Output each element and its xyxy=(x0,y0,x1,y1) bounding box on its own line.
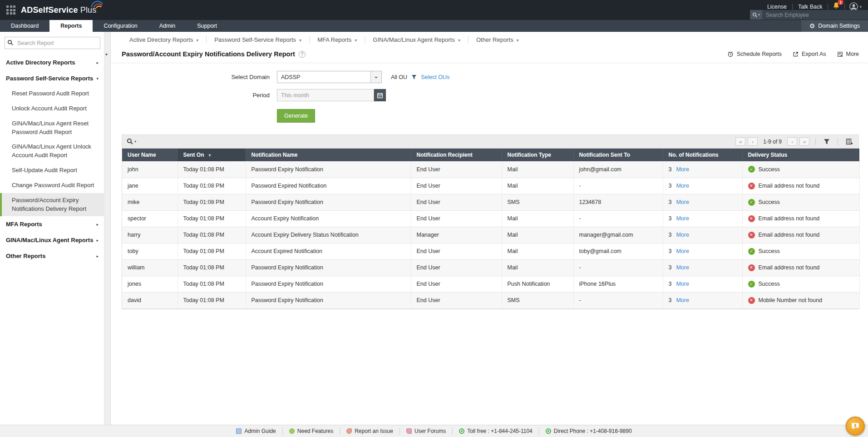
sidebar-gutter: ▸ xyxy=(104,32,110,425)
employee-search-scope-button[interactable]: ▾ xyxy=(750,10,762,20)
export-as-button[interactable]: Export As xyxy=(793,51,826,57)
cell-notification-sent-to: toby@gmail.com xyxy=(573,243,663,259)
column-header-notification-recipient[interactable]: Notification Recipient xyxy=(411,149,502,161)
employee-search-input[interactable] xyxy=(762,12,868,18)
report-category-menu[interactable]: GINA/Mac/Linux Agent Reports xyxy=(365,36,468,43)
brand-name: ADSelfService xyxy=(21,5,78,15)
footer-link[interactable]: Direct Phone : +1-408-916-9890 xyxy=(539,427,638,435)
previous-page-button[interactable]: ‹ xyxy=(748,137,758,146)
more-notifications-link[interactable]: More xyxy=(676,297,689,303)
sidebar-item[interactable]: Unlock Account Audit Report xyxy=(0,101,104,116)
delivery-status: Success xyxy=(748,166,859,173)
sidebar-inner: Active Directory Reports ▸ Password Self… xyxy=(0,32,104,425)
cell-notification-sent-to: - xyxy=(573,178,663,194)
domain-settings-button[interactable]: ⚙ Domain Settings xyxy=(801,20,868,32)
sidebar-item[interactable]: MFA Reports ▸ xyxy=(0,216,104,232)
live-chat-button[interactable] xyxy=(846,417,865,436)
sidebar-item[interactable]: Change Password Audit Report xyxy=(0,178,104,193)
main-tab[interactable]: Admin xyxy=(148,20,186,32)
generate-button[interactable]: Generate xyxy=(277,109,315,123)
sidebar-item[interactable]: Self-Update Audit Report xyxy=(0,163,104,178)
report-category-menu[interactable]: Password Self-Service Reports xyxy=(206,36,309,43)
sidebar-collapse-icon[interactable]: ▸ xyxy=(106,52,108,56)
more-notifications-link[interactable]: More xyxy=(676,183,689,189)
column-header-notification-name[interactable]: Notification Name xyxy=(246,149,411,161)
sidebar-item[interactable]: Password Self-Service Reports ▾ xyxy=(0,70,104,86)
more-notifications-link[interactable]: More xyxy=(676,264,689,271)
cell-notification-type: Mail xyxy=(502,161,573,178)
column-header-user-name[interactable]: User Name xyxy=(122,149,178,161)
add-remove-columns-button[interactable] xyxy=(844,138,855,145)
report-category-menu[interactable]: Other Reports xyxy=(468,36,527,43)
table-row: jones Today 01:08 PM Password Expiry Not… xyxy=(122,276,859,292)
chevron-down-icon xyxy=(355,36,357,43)
sidebar-item[interactable]: GINA/Mac/Linux Agent Reset Password Audi… xyxy=(0,116,104,140)
report-category-nav: Active Directory Reports Password Self-S… xyxy=(111,32,868,47)
filter-button[interactable] xyxy=(822,139,832,145)
ou-filter-icon[interactable] xyxy=(411,74,417,80)
column-header-delivery-status[interactable]: Delivery Status xyxy=(742,149,859,161)
more-notifications-link[interactable]: More xyxy=(676,281,689,287)
main-tab[interactable]: Reports xyxy=(49,20,93,32)
cell-delivery-status: Success xyxy=(742,161,859,178)
report-search-input[interactable] xyxy=(5,37,100,49)
column-header-sent-on[interactable]: Sent On▼ xyxy=(178,149,246,161)
sidebar-item[interactable]: GINA/Mac/Linux Agent Reports ▸ xyxy=(0,232,104,248)
sidebar-item[interactable]: GINA/Mac/Linux Agent Unlock Account Audi… xyxy=(0,139,104,163)
more-notifications-link[interactable]: More xyxy=(676,248,689,254)
report-category-menu[interactable]: Active Directory Reports xyxy=(122,36,206,43)
notifications-report-table: User Name Sent On▼ Notification Name Not… xyxy=(122,149,860,309)
help-icon[interactable] xyxy=(299,51,306,58)
more-notifications-link[interactable]: More xyxy=(676,232,689,238)
sidebar-item[interactable]: Reset Password Audit Report xyxy=(0,86,104,101)
cell-notification-recipient: End User xyxy=(411,292,502,308)
footer-link[interactable]: Report an Issue xyxy=(340,427,399,435)
cell-notification-recipient: Manager xyxy=(411,227,502,243)
column-header-notification-sent-to[interactable]: Notification Sent To xyxy=(573,149,663,161)
calendar-button[interactable] xyxy=(374,89,386,101)
cell-sent-on: Today 01:08 PM xyxy=(178,243,246,259)
main-tab[interactable]: Support xyxy=(186,20,228,32)
period-input[interactable] xyxy=(277,89,374,101)
sidebar-item[interactable]: Other Reports ▸ xyxy=(0,248,104,264)
more-notifications-link[interactable]: More xyxy=(676,215,689,222)
chevron-down-icon[interactable] xyxy=(370,71,381,83)
delivery-status: Success xyxy=(748,248,859,255)
search-icon xyxy=(752,12,758,18)
footer-link[interactable]: Admin Guide xyxy=(230,427,282,435)
next-page-button[interactable]: › xyxy=(787,137,797,146)
license-link[interactable]: License xyxy=(762,4,792,10)
last-page-button[interactable]: » xyxy=(799,137,809,146)
schedule-reports-button[interactable]: Schedule Reports xyxy=(727,51,782,57)
report-category-menu[interactable]: MFA Reports xyxy=(309,36,365,43)
footer-link[interactable]: Toll free : +1-844-245-1104 xyxy=(452,427,539,435)
select-ous-link[interactable]: Select OUs xyxy=(421,74,449,80)
export-icon xyxy=(793,51,799,57)
ou-selector: All OU Select OUs xyxy=(391,74,449,80)
sidebar-item[interactable]: Password/Account Expiry Notifications De… xyxy=(0,193,104,217)
column-header-no-of-notifications[interactable]: No. of Notifications xyxy=(663,149,742,161)
table-toolbar: ▾ « ‹ 1-9 of 9 › » xyxy=(122,135,858,149)
cell-notification-recipient: End User xyxy=(411,178,502,194)
cell-notification-count: 3More xyxy=(663,210,742,227)
period-field xyxy=(277,89,386,101)
table-search-button[interactable]: ▾ xyxy=(127,138,136,145)
more-actions-button[interactable]: More xyxy=(837,51,859,57)
sidebar-item[interactable]: Active Directory Reports ▸ xyxy=(0,55,104,70)
talk-back-link[interactable]: Talk Back xyxy=(793,4,828,10)
report-table-block: ▾ « ‹ 1-9 of 9 › » xyxy=(122,134,859,309)
more-notifications-link[interactable]: More xyxy=(676,199,689,205)
footer-link[interactable]: User Forums xyxy=(399,427,452,435)
cell-notification-sent-to: iPhone 16Plus xyxy=(573,276,663,292)
more-notifications-link[interactable]: More xyxy=(676,166,689,173)
footer-link[interactable]: Need Features xyxy=(282,427,340,435)
reports-sidebar: Active Directory Reports ▸ Password Self… xyxy=(0,32,111,425)
domain-select[interactable]: ADSSP xyxy=(277,71,382,83)
cell-notification-sent-to: - xyxy=(573,292,663,308)
first-page-button[interactable]: « xyxy=(735,137,745,146)
main-tab[interactable]: Dashboard xyxy=(0,20,49,32)
column-header-notification-type[interactable]: Notification Type xyxy=(502,149,573,161)
apps-grid-icon[interactable] xyxy=(6,5,15,15)
cell-user-name: spector xyxy=(122,210,178,227)
main-tab[interactable]: Configuration xyxy=(93,20,148,32)
